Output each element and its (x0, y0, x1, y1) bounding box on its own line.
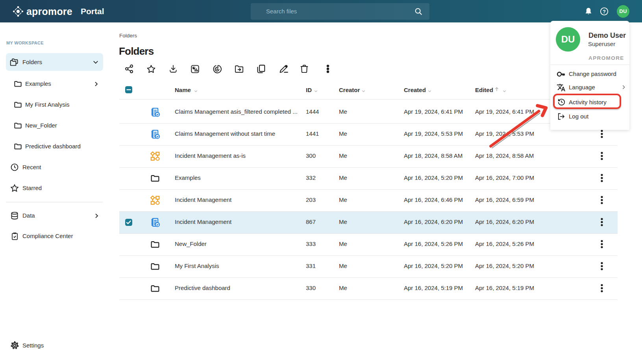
svg-text:?: ? (603, 9, 606, 15)
